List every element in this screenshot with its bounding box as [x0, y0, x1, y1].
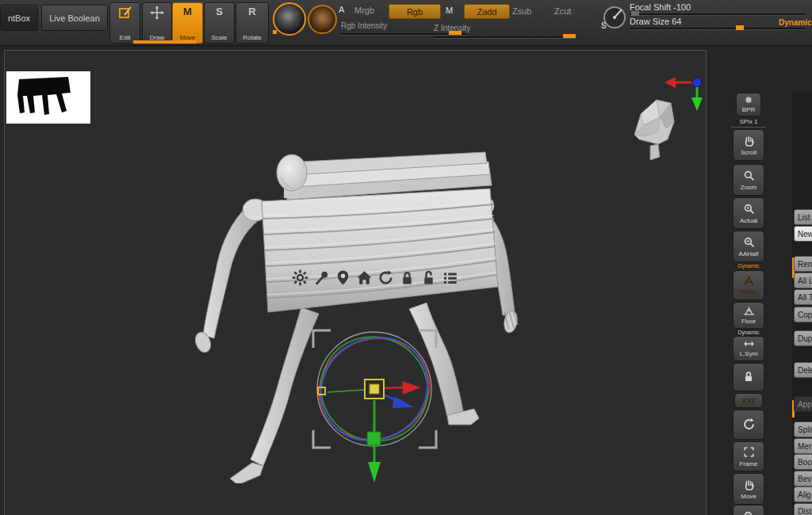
subtool-align-button[interactable]: Alig	[794, 486, 812, 502]
subtool-all-high-button[interactable]: All T	[794, 289, 812, 305]
zoom-label: Zoom	[741, 184, 756, 191]
current-brush-button[interactable]	[273, 2, 306, 36]
edit-label: Edit	[120, 34, 131, 41]
dynamic-draw-size-toggle[interactable]: Dynamic	[779, 18, 812, 27]
unlock-icon[interactable]	[420, 269, 437, 286]
home-icon[interactable]	[356, 269, 373, 286]
m-button[interactable]: M	[446, 6, 453, 15]
spix-slider[interactable]: SPix 1	[731, 118, 766, 128]
gauge-s-label: S	[601, 21, 607, 30]
focal-shift-thumb[interactable]	[631, 11, 639, 16]
move-canvas-button[interactable]: Move	[733, 473, 764, 505]
subtool-merge-button[interactable]: Mer	[794, 438, 812, 454]
stroke-type-button[interactable]	[308, 5, 337, 34]
persp-grid-icon	[743, 276, 755, 288]
lsym-label: L.Sym	[740, 350, 758, 357]
zoom-button[interactable]: Zoom	[733, 164, 764, 196]
bpr-icon	[745, 96, 753, 105]
active-tool-underline	[133, 40, 197, 44]
subtool-copy-button[interactable]: Cop	[794, 307, 812, 322]
live-boolean-label: Live Boolean	[49, 13, 100, 23]
actual-button[interactable]: Actual	[733, 197, 764, 229]
rgb-intensity-slider[interactable]	[341, 33, 466, 36]
subtool-distribute-button[interactable]: Dist	[794, 503, 812, 515]
gizmo-lock-button[interactable]	[733, 363, 764, 391]
gear-icon[interactable]	[292, 269, 308, 286]
rgb-button[interactable]: Rgb	[389, 4, 441, 19]
subtool-list-all-button[interactable]: List A	[794, 209, 812, 225]
aahalf-label: AAHalf	[739, 250, 759, 258]
subtool-rename-button[interactable]: Rena	[794, 256, 812, 272]
hand-move-icon	[743, 479, 755, 492]
stroke-gauge-icon[interactable]: S	[599, 4, 628, 32]
persp-label: Persp	[741, 288, 757, 296]
edit-button[interactable]: Edit	[109, 2, 140, 44]
rotate-label: Rotate	[243, 34, 262, 41]
lock-icon[interactable]	[399, 269, 416, 286]
zsub-button[interactable]: Zsub	[512, 6, 531, 16]
live-boolean-button[interactable]: Live Boolean	[41, 5, 108, 31]
subtool-duplicate-button[interactable]: Dup	[794, 330, 812, 346]
z-intensity-thumb[interactable]	[563, 34, 576, 38]
rotate-circle-icon	[742, 418, 756, 433]
dynamic-persp-label: Dynamic	[731, 263, 766, 269]
padlock-icon	[742, 370, 755, 384]
subtool-new-button[interactable]: New	[794, 226, 812, 242]
z-intensity-slider[interactable]	[434, 36, 576, 39]
tool-silhouette	[6, 71, 90, 124]
local-symmetry-button[interactable]: L.Sym	[733, 336, 764, 361]
focal-shift-slider[interactable]	[630, 13, 806, 16]
persp-button[interactable]: Persp	[733, 270, 764, 300]
subtool-all-low-button[interactable]: All L	[794, 273, 812, 288]
draw-size-thumb[interactable]	[736, 25, 744, 30]
scale-icon: S	[216, 6, 223, 17]
rotate-icon: R	[248, 6, 255, 17]
floor-grid-icon	[743, 306, 755, 317]
workspace: BPR SPix 1 Scroll Zoom Actual AAHalf Dyn…	[0, 45, 812, 515]
rotate-button[interactable]: R Rotate	[236, 2, 269, 44]
subtool-delete-button[interactable]: Dele	[794, 362, 812, 378]
move-icon: M	[183, 6, 192, 17]
lsym-arrows-icon	[743, 340, 755, 349]
zoom3d-button[interactable]: Zoom3D	[733, 505, 764, 515]
aahalf-icon	[743, 236, 755, 250]
edit-icon	[118, 6, 132, 21]
dynamic-lsym-label: Dynamic	[731, 330, 766, 335]
subtool-panel: List A New Rena All L All T Cop Dup Dele…	[792, 91, 812, 515]
xyz-button[interactable]: XYZ	[734, 393, 763, 408]
xyz-label: XYZ	[741, 397, 756, 405]
draw-size-slider[interactable]	[630, 28, 806, 30]
reset-orientation-icon[interactable]	[377, 269, 394, 286]
scroll-button[interactable]: Scroll	[733, 129, 764, 161]
z-intensity-label: Z Intensity	[434, 24, 470, 32]
draw-button[interactable]: Draw	[142, 2, 172, 44]
frame-button[interactable]: Frame	[733, 441, 764, 471]
location-pin-icon[interactable]	[335, 269, 351, 286]
lightbox-button[interactable]: ntBox	[0, 5, 38, 31]
polymesh-head-model[interactable]	[628, 93, 679, 165]
gizmo3d[interactable]	[305, 321, 444, 494]
zadd-button[interactable]: Zadd	[464, 4, 510, 19]
subtool-bevel-button[interactable]: Bev	[794, 471, 812, 486]
subtool-append-button[interactable]: App	[794, 396, 812, 412]
rgb-intensity-label: Rgb Intensity	[341, 21, 387, 30]
pin-icon[interactable]	[313, 269, 330, 286]
sculpt-canvas[interactable]	[4, 50, 707, 515]
gizmo-options-bar	[292, 269, 458, 286]
floor-button[interactable]: Floor	[733, 302, 764, 329]
frame-label: Frame	[739, 460, 757, 467]
subtool-boolean-button[interactable]: Boo	[794, 454, 812, 470]
rotate-on-axis-button[interactable]	[733, 410, 764, 440]
scale-button[interactable]: S Scale	[204, 2, 235, 44]
zcut-button[interactable]: Zcut	[554, 6, 571, 16]
lightbox-label: ntBox	[8, 13, 30, 23]
move-button[interactable]: M Move	[172, 2, 203, 44]
aahalf-button[interactable]: AAHalf	[733, 231, 764, 262]
mrgb-button[interactable]: Mrgb	[354, 6, 374, 15]
zbrush-app-window: ntBox Live Boolean Edit Draw M Move S Sc…	[0, 0, 812, 515]
bpr-button[interactable]: BPR	[736, 93, 761, 116]
floor-label: Floor	[741, 318, 756, 325]
tool-preview-thumbnail[interactable]	[6, 71, 90, 124]
subtool-split-button[interactable]: Split	[794, 422, 812, 437]
customize-list-icon[interactable]	[442, 269, 458, 286]
